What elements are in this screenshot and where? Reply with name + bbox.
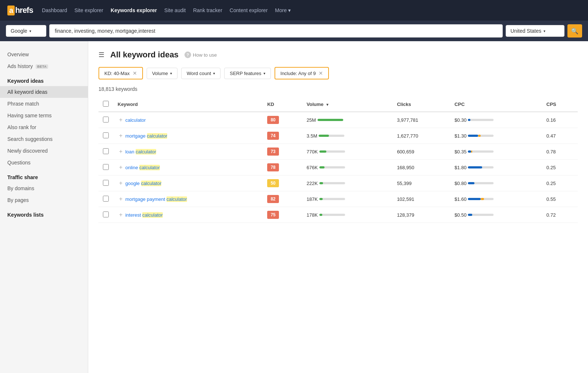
volume-bar-fill: [319, 214, 322, 216]
filter-volume-chevron-icon: ▾: [170, 71, 172, 75]
country-label: United States: [510, 28, 541, 34]
cell-cps: 0.55: [542, 191, 578, 207]
volume-bar-fill: [319, 166, 325, 168]
kd-badge: 78: [267, 163, 279, 171]
row-checkbox[interactable]: [103, 132, 109, 138]
volume-bar-wrap: 222K: [306, 181, 388, 186]
nav-more[interactable]: More ▾: [275, 7, 291, 13]
table-row: + loan calculator 73 770K 600,659 $0.35: [98, 144, 578, 160]
row-checkbox[interactable]: [103, 164, 109, 170]
cell-cps: 0.47: [542, 128, 578, 144]
add-icon[interactable]: +: [118, 132, 124, 139]
sidebar-item-phrase-match[interactable]: Phrase match: [0, 98, 88, 110]
cps-value: 0.78: [546, 149, 556, 154]
cpc-bar-fill: [468, 182, 474, 184]
cell-cpc: $0.50: [450, 207, 542, 223]
keyword-link[interactable]: loan calculator: [125, 149, 156, 154]
engine-chevron-icon: ▾: [29, 29, 31, 33]
sidebar-item-by-pages[interactable]: By pages: [0, 194, 88, 206]
sidebar-item-by-domains[interactable]: By domains: [0, 182, 88, 194]
country-select[interactable]: United States ▾: [506, 25, 564, 37]
filter-kd-close-icon[interactable]: ✕: [133, 70, 137, 76]
table-header-row: Keyword KD Volume ▼ Clicks CPC: [98, 97, 578, 112]
add-icon[interactable]: +: [118, 212, 124, 218]
sidebar-item-also-rank-for[interactable]: Also rank for: [0, 121, 88, 133]
volume-bar: [318, 119, 343, 121]
hamburger-icon[interactable]: ☰: [98, 51, 104, 59]
nav-content-explorer[interactable]: Content explorer: [230, 5, 268, 15]
kd-badge: 73: [267, 148, 279, 156]
row-checkbox[interactable]: [103, 212, 109, 217]
nav-keywords-explorer[interactable]: Keywords explorer: [111, 5, 157, 15]
volume-value: 222K: [306, 181, 318, 186]
search-icon: 🔍: [571, 28, 578, 35]
volume-bar-fill: [319, 150, 327, 153]
filter-include[interactable]: Include: Any of 9 ✕: [275, 67, 329, 79]
filter-include-close-icon[interactable]: ✕: [319, 70, 323, 76]
nav-site-explorer[interactable]: Site explorer: [74, 5, 103, 15]
kd-badge: 75: [267, 211, 279, 219]
add-icon[interactable]: +: [118, 117, 124, 123]
keyword-link[interactable]: mortgage calculator: [125, 133, 167, 139]
sidebar-item-questions[interactable]: Questions: [0, 157, 88, 168]
keyword-search-input[interactable]: [49, 24, 503, 38]
sidebar-item-newly-discovered[interactable]: Newly discovered: [0, 145, 88, 157]
engine-select[interactable]: Google ▾: [6, 25, 46, 37]
row-checkbox[interactable]: [103, 180, 109, 186]
filter-serp-features[interactable]: SERP features ▾: [224, 68, 271, 79]
add-icon[interactable]: +: [118, 164, 124, 170]
row-checkbox[interactable]: [103, 196, 109, 202]
cell-cps: 0.25: [542, 160, 578, 175]
sidebar-item-ads-history[interactable]: Ads history BETA: [0, 60, 88, 72]
volume-bar: [319, 214, 345, 216]
th-volume[interactable]: Volume ▼: [302, 97, 392, 112]
sidebar-item-search-suggestions[interactable]: Search suggestions: [0, 133, 88, 145]
add-icon[interactable]: +: [118, 180, 124, 186]
table-row: + mortgage payment calculator 82 187K 10…: [98, 191, 578, 207]
row-checkbox[interactable]: [103, 148, 109, 154]
filter-word-count-label: Word count: [187, 71, 211, 76]
select-all-checkbox[interactable]: [103, 101, 109, 107]
keyword-link[interactable]: mortgage payment calculator: [125, 196, 187, 202]
beta-badge: BETA: [36, 64, 48, 69]
cell-volume: 676K: [302, 160, 392, 175]
how-to-use-link[interactable]: ? How to use: [184, 51, 217, 58]
nav-site-audit[interactable]: Site audit: [164, 5, 186, 15]
search-button[interactable]: 🔍: [567, 24, 582, 38]
table-body: + calculator 80 25M 3,977,781 $0.30: [98, 112, 578, 223]
keyword-link[interactable]: interest calculator: [125, 212, 163, 218]
sidebar-item-overview[interactable]: Overview: [0, 49, 88, 60]
volume-bar: [319, 198, 345, 200]
cell-kd: 75: [263, 207, 302, 223]
th-clicks: Clicks: [392, 97, 450, 112]
keywords-table: Keyword KD Volume ▼ Clicks CPC: [98, 97, 578, 223]
kd-badge: 80: [267, 116, 279, 124]
cell-cpc: $1.60: [450, 191, 542, 207]
cell-checkbox: [98, 160, 113, 175]
table-row: + online calculator 78 676K 168,950 $1.8…: [98, 160, 578, 175]
filter-serp-features-label: SERP features: [230, 71, 261, 76]
cpc-bar-orange-fill: [471, 150, 473, 153]
row-checkbox[interactable]: [103, 117, 109, 122]
nav-rank-tracker[interactable]: Rank tracker: [193, 5, 222, 15]
filter-kd[interactable]: KD: 40-Max ✕: [98, 67, 143, 79]
filters-bar: KD: 40-Max ✕ Volume ▾ Word count ▾ SERP …: [98, 67, 578, 79]
sidebar-item-all-keyword-ideas[interactable]: All keyword ideas: [0, 86, 88, 98]
keyword-ideas-title: Keyword ideas: [0, 72, 88, 86]
filter-volume-label: Volume: [152, 71, 168, 76]
keyword-link[interactable]: google calculator: [125, 181, 161, 186]
keyword-link[interactable]: online calculator: [125, 165, 160, 170]
keyword-link[interactable]: calculator: [125, 117, 146, 123]
logo[interactable]: ahrefs: [7, 6, 33, 15]
sidebar-item-having-same-terms[interactable]: Having same terms: [0, 110, 88, 121]
chevron-down-icon: ▾: [288, 7, 291, 13]
add-icon[interactable]: +: [118, 196, 124, 202]
clicks-value: 1,627,770: [397, 133, 418, 139]
filter-volume[interactable]: Volume ▾: [147, 68, 178, 79]
kd-badge: 50: [267, 179, 279, 187]
cell-cpc: $0.80: [450, 175, 542, 191]
filter-word-count[interactable]: Word count ▾: [181, 68, 220, 79]
page-header: ☰ All keyword ideas ? How to use: [98, 50, 578, 60]
add-icon[interactable]: +: [118, 148, 124, 154]
nav-dashboard[interactable]: Dashboard: [42, 5, 67, 15]
